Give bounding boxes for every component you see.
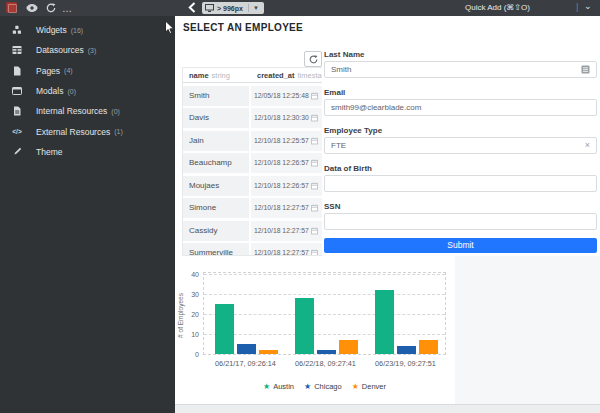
table-row[interactable]: Smith12/05/18 12:25:48	[183, 86, 322, 106]
calendar-icon	[311, 182, 318, 190]
field-label: SSN	[324, 202, 597, 211]
sidebar-item-external-resources[interactable]: </>External Resources(1)	[0, 121, 175, 141]
viewport-size-label: > 996px	[217, 5, 243, 12]
table-row[interactable]: Jain12/10/18 12:25:57	[183, 131, 322, 151]
bar-denver-2	[419, 340, 438, 354]
menu-icon[interactable]	[581, 65, 590, 74]
table-row[interactable]: Beauchamp12/10/18 12:26:57	[183, 153, 322, 173]
submit-button[interactable]: Submit	[324, 238, 597, 253]
calendar-icon	[311, 114, 318, 122]
employee-name-cell: Simone	[183, 198, 249, 218]
bar-denver-1	[339, 340, 358, 354]
chart-legend: ★Austin★Chicago★Denver	[203, 382, 446, 391]
employee-type-input[interactable]: FTE×	[324, 137, 597, 154]
employee-name-cell: Smith	[183, 86, 249, 106]
chart-y-axis-label: # of Employees	[177, 285, 184, 347]
y-tick-label: 30	[175, 291, 199, 298]
table-refresh-button[interactable]	[304, 51, 322, 67]
legend-label: Denver	[362, 382, 386, 391]
widgets-icon	[12, 25, 22, 35]
table-row[interactable]: Cassidy12/10/18 12:27:57	[183, 221, 322, 241]
bar-austin-2	[375, 290, 394, 354]
created-at-cell: 12/10/18 12:30:30	[251, 108, 322, 128]
column-header-created_at: created_attimestamp	[251, 71, 322, 80]
sidebar-item-count: (4)	[64, 67, 73, 74]
sidebar-item-label: Pages	[36, 66, 60, 76]
table-row[interactable]: Davis12/10/18 12:30:30	[183, 108, 322, 128]
created-at-cell: 12/10/18 12:26:57	[251, 153, 322, 173]
form-field-employee-type: Employee TypeFTE×	[324, 126, 597, 154]
field-label: Data of Birth	[324, 164, 597, 173]
monitor-icon	[205, 4, 214, 13]
table-row[interactable]: Moujaes12/10/18 12:26:57	[183, 176, 322, 196]
ssn-input[interactable]	[324, 213, 597, 230]
viewport-size-selector[interactable]: > 996px ▼	[202, 2, 264, 14]
app-logo-icon	[6, 2, 17, 13]
bar-austin-1	[295, 298, 314, 354]
sidebar-item-theme[interactable]: Theme	[0, 142, 175, 162]
legend-item-chicago[interactable]: ★Chicago	[304, 382, 342, 391]
quick-add-button[interactable]: Quick Add (⌘⇧O)	[430, 0, 565, 16]
sidebar-item-count: (0)	[111, 108, 120, 115]
sidebar: Widgets(16)Datasources(3)Pages(4)Modals(…	[0, 16, 175, 413]
calendar-icon	[311, 92, 318, 100]
bar-chicago-2	[397, 346, 416, 354]
legend-item-austin[interactable]: ★Austin	[263, 382, 294, 391]
y-tick-label: 10	[175, 331, 199, 338]
legend-star-icon: ★	[352, 383, 359, 391]
datasources-icon	[12, 45, 22, 55]
sidebar-item-label: Internal Resources	[36, 106, 107, 116]
chart-plot-area	[203, 272, 446, 355]
gridline	[204, 314, 445, 315]
form-field-email: Emailsmith99@clearblade.com	[324, 88, 597, 116]
employee-name-cell: Cassidy	[183, 221, 249, 241]
table-row[interactable]: Simone12/10/18 12:27:57	[183, 198, 322, 218]
y-tick-label: 40	[175, 271, 199, 278]
created-at-cell: 12/10/18 12:27:57	[251, 198, 322, 218]
x-tick-label: 06/22/18, 09:27:41	[266, 359, 386, 368]
sidebar-item-count: (1)	[114, 128, 123, 135]
panel-background	[455, 256, 600, 404]
table-row[interactable]: Summerville12/10/18 12:27:57	[183, 243, 322, 256]
sidebar-item-label: Widgets	[36, 25, 67, 35]
calendar-icon	[311, 249, 318, 256]
employee-name-cell: Beauchamp	[183, 153, 249, 173]
main-content: SELECT AN EMPLOYEE namestringcreated_att…	[175, 16, 600, 413]
chevron-down-icon: ▼	[253, 5, 259, 11]
refresh-icon[interactable]	[46, 3, 56, 13]
gridline	[204, 334, 445, 335]
field-label: Last Name	[324, 50, 597, 59]
clear-icon[interactable]: ×	[585, 141, 590, 150]
y-tick-label: 0	[175, 351, 199, 358]
form-field-last-name: Last NameSmith	[324, 50, 597, 78]
field-value: smith99@clearblade.com	[331, 103, 590, 112]
bar-denver-0	[259, 350, 278, 354]
back-button[interactable]	[188, 2, 196, 12]
sidebar-item-count: (3)	[88, 47, 97, 54]
legend-item-denver[interactable]: ★Denver	[352, 382, 386, 391]
calendar-icon	[311, 159, 318, 167]
legend-label: Chicago	[314, 382, 342, 391]
employee-form: Last NameSmithEmailsmith99@clearblade.co…	[324, 50, 597, 240]
sidebar-item-pages[interactable]: Pages(4)	[0, 61, 175, 81]
sidebar-item-internal-resources[interactable]: Internal Resources(0)	[0, 101, 175, 121]
divider: |	[576, 2, 578, 12]
calendar-icon	[311, 204, 318, 212]
sidebar-item-label: Theme	[36, 147, 62, 157]
x-tick-label: 06/23/19, 09:27:51	[346, 359, 466, 368]
date-of-birth-input[interactable]	[324, 175, 597, 192]
sidebar-item-label: Modals	[36, 86, 63, 96]
sidebar-item-datasources[interactable]: Datasources(3)	[0, 40, 175, 60]
sidebar-item-widgets[interactable]: Widgets(16)	[0, 20, 175, 40]
email-input[interactable]: smith99@clearblade.com	[324, 99, 597, 116]
preview-eye-icon[interactable]	[26, 3, 38, 13]
page-title: SELECT AN EMPLOYEE	[183, 22, 303, 33]
sidebar-item-modals[interactable]: Modals(0)	[0, 81, 175, 101]
bar-chicago-1	[317, 350, 336, 354]
bar-chicago-0	[237, 344, 256, 354]
topbar-dropdown-toggle[interactable]: ⌄	[584, 1, 592, 11]
topbar: … > 996px ▼ Quick Add (⌘⇧O) | ⌄	[0, 0, 600, 16]
form-field-ssn: SSN	[324, 202, 597, 230]
last-name-input[interactable]: Smith	[324, 61, 597, 78]
more-options-icon[interactable]: …	[62, 3, 73, 13]
